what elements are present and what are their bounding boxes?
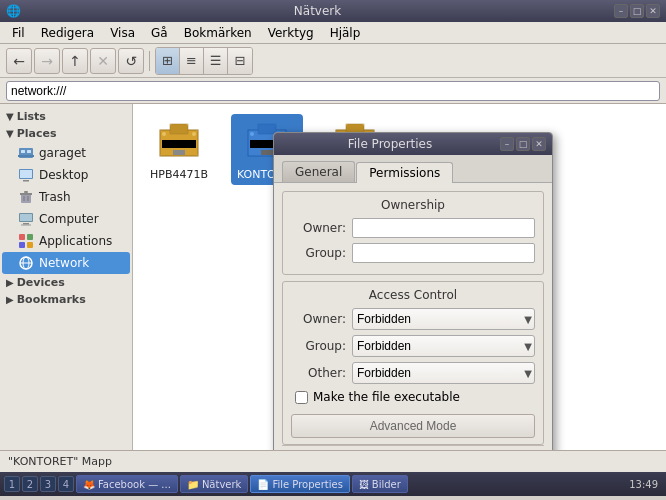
executable-label: Make the file executable — [313, 390, 460, 404]
permissions-tab-content: Ownership Owner: Group: Access Control — [274, 183, 552, 450]
svg-rect-28 — [173, 150, 185, 155]
ownership-section-title: Ownership — [291, 198, 535, 212]
workspace-2[interactable]: 2 — [22, 476, 38, 492]
file-icon-hpb4471b[interactable]: HPB4471B — [143, 114, 215, 185]
dialog-window-controls: – □ ✕ — [500, 137, 546, 151]
other-ac-select[interactable]: Forbidden Read only Read and write — [352, 362, 535, 384]
svg-rect-36 — [261, 150, 273, 155]
owner-field-row: Owner: — [291, 218, 535, 238]
svg-rect-1 — [21, 150, 25, 153]
maximize-button[interactable]: □ — [630, 4, 644, 18]
svg-rect-13 — [20, 214, 32, 221]
group-ac-row: Group: Forbidden Read only Read and writ… — [291, 335, 535, 357]
devices-arrow-icon: ▶ — [6, 277, 14, 288]
desktop-label: Desktop — [39, 168, 89, 182]
garaget-icon — [18, 145, 34, 161]
group-input[interactable] — [352, 243, 535, 263]
advanced-mode-button[interactable]: Advanced Mode — [291, 414, 535, 438]
svg-rect-19 — [27, 242, 33, 248]
taskbar-file-properties[interactable]: 📄 File Properties — [250, 475, 349, 493]
tab-general[interactable]: General — [282, 161, 355, 182]
sidebar-devices-header[interactable]: ▶ Devices — [0, 274, 132, 291]
view-icons-button[interactable]: ⊞ — [156, 48, 180, 74]
menu-hjalp[interactable]: Hjälp — [322, 24, 369, 42]
svg-rect-6 — [23, 180, 29, 182]
sidebar-item-computer[interactable]: Computer — [2, 208, 130, 230]
file-properties-dialog: File Properties – □ ✕ General Permission… — [273, 132, 553, 450]
sidebar-devices-label: Devices — [17, 276, 65, 289]
sidebar-lists-header[interactable]: ▼ Lists — [0, 108, 132, 125]
svg-rect-2 — [27, 150, 31, 153]
stop-button[interactable]: ✕ — [90, 48, 116, 74]
svg-point-29 — [162, 132, 166, 136]
owner-ac-label: Owner: — [291, 312, 346, 326]
sidebar-item-network[interactable]: Network — [2, 252, 130, 274]
workspace-1[interactable]: 1 — [4, 476, 20, 492]
view-column-button[interactable]: ⊟ — [228, 48, 252, 74]
menu-visa[interactable]: Visa — [102, 24, 143, 42]
trash-label: Trash — [39, 190, 71, 204]
close-button[interactable]: ✕ — [646, 4, 660, 18]
menu-redigera[interactable]: Redigera — [33, 24, 102, 42]
other-ac-select-wrapper: Forbidden Read only Read and write ▼ — [352, 362, 535, 384]
network-label: Network — [39, 256, 89, 270]
svg-rect-25 — [162, 140, 196, 148]
svg-rect-16 — [19, 234, 25, 240]
minimize-button[interactable]: – — [614, 4, 628, 18]
group-ac-select[interactable]: Forbidden Read only Read and write — [352, 335, 535, 357]
executable-checkbox[interactable] — [295, 391, 308, 404]
title-bar: 🌐 Nätverk – □ ✕ — [0, 0, 666, 22]
sidebar-places-header[interactable]: ▼ Places — [0, 125, 132, 142]
taskbar-nautilus[interactable]: 📁 Nätverk — [180, 475, 249, 493]
menu-fil[interactable]: Fil — [4, 24, 33, 42]
owner-input[interactable] — [352, 218, 535, 238]
workspace-3[interactable]: 3 — [40, 476, 56, 492]
network-icon — [18, 255, 34, 271]
forward-button[interactable]: → — [34, 48, 60, 74]
svg-rect-7 — [21, 194, 31, 203]
nautilus-icon: 📁 — [187, 479, 199, 490]
back-button[interactable]: ← — [6, 48, 32, 74]
toolbar: ← → ↑ ✕ ↺ ⊞ ≡ ☰ ⊟ — [0, 44, 666, 78]
sidebar-bookmarks-label: Bookmarks — [17, 293, 86, 306]
taskbar-browser[interactable]: 🦊 Facebook — ... — [76, 475, 178, 493]
sidebar-item-garaget[interactable]: garaget — [2, 142, 130, 164]
view-list-button[interactable]: ☰ — [204, 48, 228, 74]
menu-bokmarken[interactable]: Bokmärken — [176, 24, 260, 42]
bilder-label: Bilder — [372, 479, 401, 490]
dialog-maximize-button[interactable]: □ — [516, 137, 530, 151]
menu-verktyg[interactable]: Verktyg — [260, 24, 322, 42]
location-input[interactable] — [6, 81, 660, 101]
dialog-minimize-button[interactable]: – — [500, 137, 514, 151]
svg-rect-5 — [20, 170, 32, 178]
group-field-row: Group: — [291, 243, 535, 263]
main-content: ▼ Lists ▼ Places garaget Desktop Trash — [0, 104, 666, 450]
up-button[interactable]: ↑ — [62, 48, 88, 74]
sidebar-item-desktop[interactable]: Desktop — [2, 164, 130, 186]
sidebar-lists-label: Lists — [17, 110, 46, 123]
hpb4471b-image — [155, 118, 203, 166]
svg-rect-3 — [18, 155, 34, 157]
menu-ga[interactable]: Gå — [143, 24, 176, 42]
sidebar-item-applications[interactable]: Applications — [2, 230, 130, 252]
sidebar-bookmarks-header[interactable]: ▶ Bookmarks — [0, 291, 132, 308]
executable-checkbox-row: Make the file executable — [291, 390, 535, 404]
dialog-close-button[interactable]: ✕ — [532, 137, 546, 151]
taskbar-bilder[interactable]: 🖼 Bilder — [352, 475, 408, 493]
menu-bar: Fil Redigera Visa Gå Bokmärken Verktyg H… — [0, 22, 666, 44]
file-props-label: File Properties — [272, 479, 342, 490]
bookmarks-arrow-icon: ▶ — [6, 294, 14, 305]
sidebar-item-trash[interactable]: Trash — [2, 186, 130, 208]
access-control-section-title: Access Control — [291, 288, 535, 302]
file-props-icon: 📄 — [257, 479, 269, 490]
view-compact-button[interactable]: ≡ — [180, 48, 204, 74]
owner-ac-select-wrapper: Forbidden Read only Read and write ▼ — [352, 308, 535, 330]
browser-icon: 🦊 — [83, 479, 95, 490]
places-arrow-icon: ▼ — [6, 128, 14, 139]
toolbar-separator — [149, 51, 150, 71]
tab-permissions[interactable]: Permissions — [356, 162, 453, 183]
workspace-4[interactable]: 4 — [58, 476, 74, 492]
reload-button[interactable]: ↺ — [118, 48, 144, 74]
garaget-label: garaget — [39, 146, 86, 160]
owner-ac-select[interactable]: Forbidden Read only Read and write — [352, 308, 535, 330]
